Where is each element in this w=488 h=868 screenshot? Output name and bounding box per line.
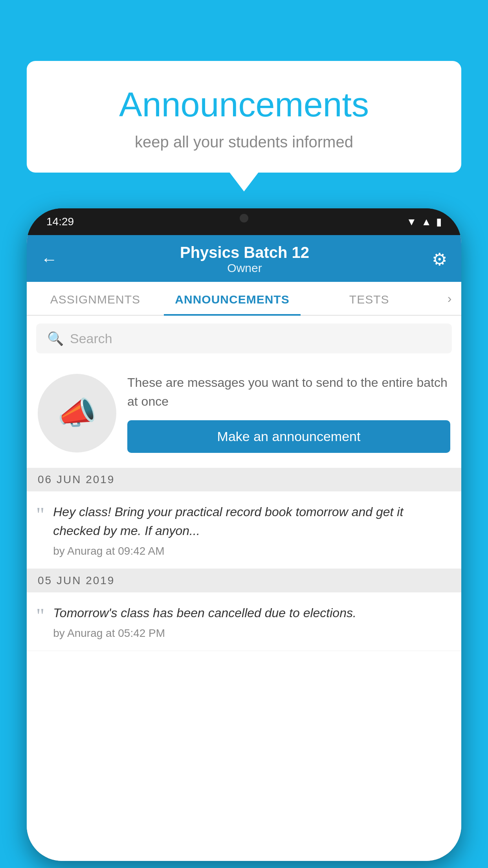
battery-icon: ▮ [436, 216, 442, 228]
signal-icon: ▲ [421, 216, 431, 228]
megaphone-icon: 📣 [57, 395, 97, 432]
header-center: Physics Batch 12 Owner [180, 244, 309, 275]
quote-icon-1: " [36, 505, 44, 525]
settings-icon[interactable]: ⚙ [432, 249, 447, 269]
speech-bubble: Announcements keep all your students inf… [27, 61, 461, 173]
announcement-text-block-1: Hey class! Bring your practical record b… [53, 502, 450, 557]
quote-icon-2: " [36, 606, 44, 626]
status-bar: 14:29 ▼ ▲ ▮ [27, 208, 461, 235]
tab-assignments[interactable]: ASSIGNMENTS [27, 282, 164, 315]
date-divider-2: 05 JUN 2019 [27, 569, 461, 592]
search-placeholder: Search [70, 331, 112, 346]
search-container: 🔍 Search [27, 316, 461, 361]
date-divider-1: 06 JUN 2019 [27, 468, 461, 491]
status-icons: ▼ ▲ ▮ [407, 216, 442, 228]
announcement-text-1: Hey class! Bring your practical record b… [53, 502, 450, 540]
announcement-meta-2: by Anurag at 05:42 PM [53, 627, 450, 640]
phone-notch [209, 208, 279, 228]
search-icon: 🔍 [47, 331, 64, 346]
announcement-item-1[interactable]: " Hey class! Bring your practical record… [27, 491, 461, 569]
wifi-icon: ▼ [407, 216, 417, 228]
back-button[interactable]: ← [41, 250, 57, 269]
announcement-text-block-2: Tomorrow's class has been cancelled due … [53, 603, 450, 640]
front-camera [240, 214, 248, 223]
promo-right: These are messages you want to send to t… [127, 373, 450, 453]
bubble-title: Announcements [46, 85, 442, 125]
tab-announcements[interactable]: ANNOUNCEMENTS [164, 282, 301, 315]
promo-description: These are messages you want to send to t… [127, 373, 450, 411]
app-header: ← Physics Batch 12 Owner ⚙ [27, 235, 461, 282]
content-area: 🔍 Search 📣 These are messages you want t… [27, 316, 461, 861]
search-bar[interactable]: 🔍 Search [36, 324, 452, 353]
announcement-meta-1: by Anurag at 09:42 AM [53, 545, 450, 557]
status-time: 14:29 [46, 215, 74, 228]
phone-frame: 14:29 ▼ ▲ ▮ ← Physics Batch 12 Owner ⚙ A… [27, 208, 461, 861]
bubble-subtitle: keep all your students informed [46, 133, 442, 151]
make-announcement-button[interactable]: Make an announcement [127, 420, 450, 453]
announcement-text-2: Tomorrow's class has been cancelled due … [53, 603, 450, 622]
tab-tests[interactable]: TESTS [301, 282, 438, 315]
promo-block: 📣 These are messages you want to send to… [27, 361, 461, 468]
batch-title: Physics Batch 12 [180, 244, 309, 261]
phone-screen: ← Physics Batch 12 Owner ⚙ ASSIGNMENTS A… [27, 235, 461, 861]
announcement-item-2[interactable]: " Tomorrow's class has been cancelled du… [27, 592, 461, 651]
tab-more-icon[interactable]: › [438, 282, 461, 315]
promo-icon-circle: 📣 [38, 374, 116, 452]
tabs-bar: ASSIGNMENTS ANNOUNCEMENTS TESTS › [27, 282, 461, 316]
role-label: Owner [180, 261, 309, 275]
